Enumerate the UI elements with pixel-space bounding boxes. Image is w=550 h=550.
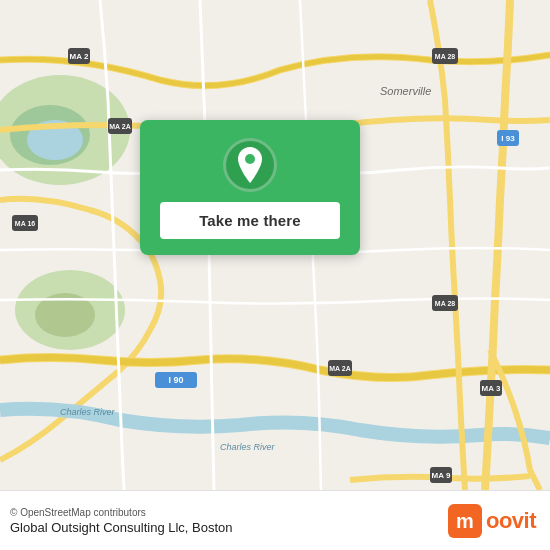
map-container: I 90 Charles River Charles River MA 2 MA… xyxy=(0,0,550,490)
svg-text:I 93: I 93 xyxy=(501,134,515,143)
moovit-m-icon: m xyxy=(448,504,482,538)
svg-text:MA 3: MA 3 xyxy=(482,384,501,393)
svg-text:MA 28: MA 28 xyxy=(435,53,455,60)
svg-text:Charles River: Charles River xyxy=(60,407,116,417)
svg-text:Charles River: Charles River xyxy=(220,442,276,452)
take-me-there-button[interactable]: Take me there xyxy=(160,202,340,239)
svg-text:MA 2: MA 2 xyxy=(70,52,89,61)
svg-text:I 90: I 90 xyxy=(168,375,183,385)
svg-text:MA 9: MA 9 xyxy=(432,471,451,480)
svg-text:MA 2A: MA 2A xyxy=(329,365,351,372)
svg-text:MA 16: MA 16 xyxy=(15,220,35,227)
moovit-logo: m oovit xyxy=(448,504,536,538)
location-pin-icon xyxy=(223,138,277,192)
svg-text:Somerville: Somerville xyxy=(380,85,431,97)
svg-point-31 xyxy=(245,154,255,164)
svg-text:MA 28: MA 28 xyxy=(435,300,455,307)
footer-left: © OpenStreetMap contributors Global Outs… xyxy=(10,507,233,535)
location-title: Global Outsight Consulting Llc, Boston xyxy=(10,520,233,535)
footer: © OpenStreetMap contributors Global Outs… xyxy=(0,490,550,550)
copyright-text: © OpenStreetMap contributors xyxy=(10,507,233,518)
svg-text:MA 2A: MA 2A xyxy=(109,123,131,130)
cta-panel: Take me there xyxy=(140,120,360,255)
moovit-wordmark: oovit xyxy=(486,508,536,534)
